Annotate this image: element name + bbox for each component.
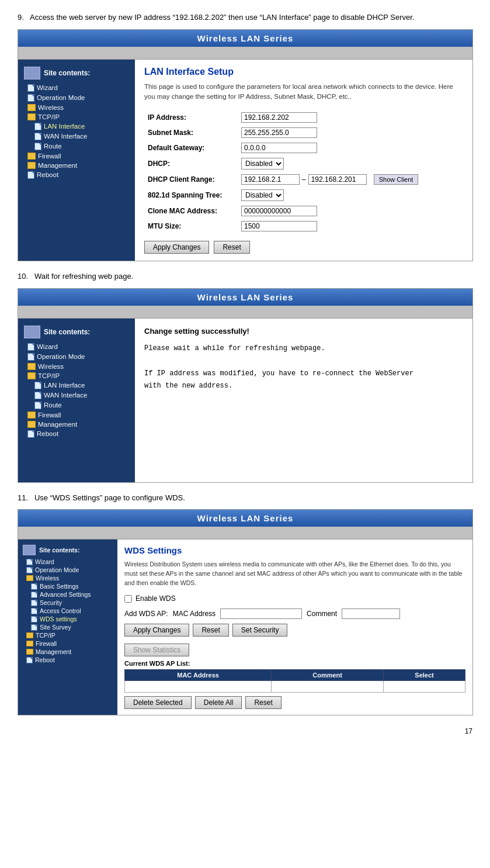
p2-sidebar-reboot[interactable]: Reboot [18, 429, 135, 439]
dhcp-range-start[interactable] [241, 174, 300, 185]
sidebar-item-wan[interactable]: WAN Interface [18, 132, 135, 141]
mac-value-cell [238, 203, 463, 219]
wds-comment-input[interactable] [342, 608, 400, 619]
panel1-toolbar [18, 47, 472, 60]
enable-wds-row: Enable WDS [124, 594, 465, 603]
p3-sidebar-wizard[interactable]: Wizard [18, 558, 117, 566]
sidebar-item-firewall[interactable]: Firewall [18, 151, 135, 161]
ip-input[interactable] [241, 112, 317, 123]
reset-button[interactable]: Reset [214, 241, 249, 254]
p3-sidebar-basic[interactable]: Basic Settings [18, 582, 117, 590]
wds-page-desc: Wireless Distribution System uses wirele… [124, 560, 465, 587]
mac-input[interactable] [241, 206, 317, 216]
subnet-label: Subnet Mask: [144, 125, 238, 140]
p3-sidebar-reboot[interactable]: Reboot [18, 656, 117, 664]
p2-sidebar-tcpip[interactable]: TCP/IP [18, 371, 135, 381]
p2-sidebar-wan[interactable]: WAN Interface [18, 390, 135, 400]
mac-address-label: MAC Address [173, 610, 216, 618]
wireless-folder-icon [27, 104, 36, 111]
p3-sidebar-security[interactable]: Security [18, 599, 117, 607]
wds-cell-mac [125, 681, 272, 693]
sidebar-item-route[interactable]: Route [18, 141, 135, 151]
wds-set-security-button[interactable]: Set Security [232, 624, 288, 637]
p2-sidebar-wizard[interactable]: Wizard [18, 342, 135, 352]
success-title: Change setting successfully! [144, 327, 413, 336]
p3-sidebar-opmode[interactable]: Operation Mode [18, 566, 117, 574]
reboot-file-icon [27, 171, 34, 179]
dhcp-range-cell: – Show Client [238, 172, 463, 187]
p2-wireless-icon [27, 363, 36, 370]
sidebar-item-wizard[interactable]: Wizard [18, 83, 135, 93]
spanning-select[interactable]: Disabled Enabled [241, 189, 284, 201]
p2-lan-icon [34, 382, 41, 389]
p3-sidebar-tcpip[interactable]: TCP/IP [18, 631, 117, 639]
subnet-input[interactable] [241, 127, 317, 138]
panel2-body: Site contents: Wizard Operation Mode Wir… [18, 319, 472, 482]
sidebar-item-management[interactable]: Management [18, 161, 135, 170]
sidebar-item-lan[interactable]: LAN Interface [18, 122, 135, 132]
enable-wds-checkbox[interactable] [124, 595, 132, 603]
wds-delete-selected-button[interactable]: Delete Selected [124, 696, 192, 709]
p2-route-icon [34, 402, 41, 409]
wds-show-stats-button[interactable]: Show Statistics [124, 644, 189, 656]
panel1-frame: Wireless LAN Series Site contents: Wizar… [18, 29, 473, 262]
row-dhcp-range: DHCP Client Range: – Show Client [144, 172, 463, 187]
sidebar-item-reboot[interactable]: Reboot [18, 170, 135, 180]
show-client-button[interactable]: Show Client [374, 174, 419, 185]
p3-sidebar-access[interactable]: Access Control [18, 607, 117, 615]
wds-table-reset-button[interactable]: Reset [245, 696, 281, 709]
sidebar-item-wireless[interactable]: Wireless [18, 103, 135, 112]
wds-cell-comment [272, 681, 384, 693]
p3-mgmt-icon [26, 649, 33, 655]
wan-file-icon [34, 133, 41, 140]
wds-mac-input[interactable] [220, 608, 302, 619]
p3-sidebar-mgmt[interactable]: Management [18, 648, 117, 656]
p3-sidebar-wds[interactable]: WDS settings [18, 615, 117, 623]
p2-sidebar-opmode[interactable]: Operation Mode [18, 352, 135, 362]
mtu-input[interactable] [241, 221, 317, 231]
wds-reset-button[interactable]: Reset [193, 624, 228, 637]
panel2-sidebar: Site contents: Wizard Operation Mode Wir… [18, 319, 135, 482]
row-dhcp: DHCP: Disabled Enabled [144, 155, 463, 172]
success-line1: Please wait a while for refreshing webpa… [144, 343, 413, 355]
p2-sidebar-mgmt[interactable]: Management [18, 420, 135, 429]
p3-sidebar-wireless[interactable]: Wireless [18, 574, 117, 582]
p2-wizard-icon [27, 343, 34, 351]
p3-adv-icon [31, 592, 37, 598]
wds-ap-table: MAC Address Comment Select [124, 669, 465, 693]
wds-table-header-row: MAC Address Comment Select [125, 670, 465, 681]
apply-changes-button[interactable]: Apply Changes [144, 241, 209, 254]
p2-sidebar-firewall[interactable]: Firewall [18, 410, 135, 420]
panel1-sidebar-header: Site contents: [18, 64, 135, 83]
row-subnet: Subnet Mask: [144, 125, 463, 140]
p2-mgmt-icon [27, 421, 36, 428]
wds-apply-button[interactable]: Apply Changes [124, 624, 189, 637]
p3-reboot-icon [26, 657, 33, 663]
step11-text: 11. Use “WDS Settings” page to configure… [18, 492, 472, 504]
p3-basic-icon [31, 583, 37, 590]
row-mtu: MTU Size: [144, 219, 463, 234]
wds-col-mac: MAC Address [125, 670, 272, 681]
p3-sidebar-survey[interactable]: Site Survey [18, 623, 117, 631]
p2-sidebar-route[interactable]: Route [18, 400, 135, 410]
tcpip-folder-icon [27, 113, 36, 120]
panel1-main: LAN Interface Setup This page is used to… [135, 60, 472, 261]
p3-sidebar-advanced[interactable]: Advanced Settings [18, 590, 117, 599]
sidebar-item-opmode[interactable]: Operation Mode [18, 93, 135, 103]
dhcp-select[interactable]: Disabled Enabled [241, 158, 284, 170]
sidebar-item-tcpip[interactable]: TCP/IP [18, 112, 135, 122]
page-number: 17 [18, 727, 472, 735]
p2-sidebar-lan[interactable]: LAN Interface [18, 381, 135, 390]
comment-label: Comment [307, 610, 337, 618]
gateway-value-cell [238, 140, 463, 155]
gateway-input[interactable] [241, 143, 317, 153]
p2-sidebar-wireless[interactable]: Wireless [18, 362, 135, 371]
dhcp-range-end[interactable] [308, 174, 367, 185]
wds-delete-all-button[interactable]: Delete All [195, 696, 242, 709]
sidebar-header-label: Site contents: [44, 69, 90, 77]
row-mac: Clone MAC Address: [144, 203, 463, 219]
route-file-icon [34, 143, 41, 150]
dhcp-range-dash: – [302, 175, 306, 184]
dhcp-value-cell: Disabled Enabled [238, 155, 463, 172]
p3-sidebar-firewall[interactable]: Firewall [18, 639, 117, 648]
